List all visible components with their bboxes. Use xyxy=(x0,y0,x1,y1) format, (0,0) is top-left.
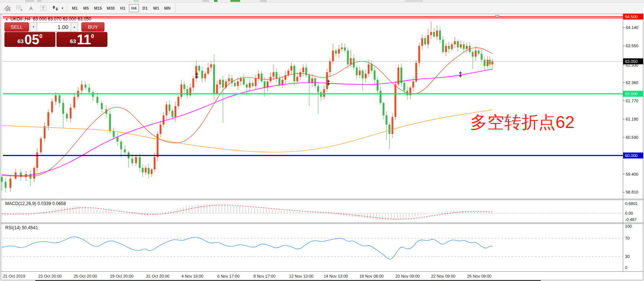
price-badge-label: 60.000 xyxy=(625,153,638,158)
time-axis-label: 6 Nov 17:00 xyxy=(217,274,239,278)
rsi-label: RSI(14) 50.4541 xyxy=(5,225,38,230)
one-click-trading-panel: SELL ▼ ▲ BUY 63050 63110 xyxy=(4,22,107,47)
time-axis-label: 31 Oct 20:00 xyxy=(146,274,169,278)
price-badge-label: 62.000 xyxy=(625,92,638,96)
rsi-axis-label: 100 xyxy=(625,224,632,229)
time-axis-label: 8 Nov 17:00 xyxy=(253,274,275,278)
time-axis-label: 26 Nov 09:00 xyxy=(467,274,491,278)
time-axis-label: 25 Oct 20:00 xyxy=(74,274,97,278)
time-axis-label: 20 Nov 09:00 xyxy=(395,274,420,278)
price-tick-label: 59.400 xyxy=(626,172,638,176)
macd-axis-label: 0.6801 xyxy=(625,201,638,206)
volume-input[interactable] xyxy=(37,22,71,32)
time-axis-label: 4 Nov 16:00 xyxy=(181,274,203,278)
rsi-axis-label: 0 xyxy=(625,265,627,270)
sell-button[interactable]: SELL xyxy=(4,22,29,32)
rsi-axis-label: 70 xyxy=(625,236,630,240)
time-axis-label: 23 Oct 20:00 xyxy=(38,274,62,278)
buy-price-big: 11 xyxy=(77,34,91,46)
buy-button[interactable]: BUY xyxy=(81,22,104,32)
rsi-axis-label: 30 xyxy=(625,254,630,259)
macd-label: MACD(12,26,9) 0.0339 0.0658 xyxy=(5,201,66,206)
annotation-text: 多空转折点62 xyxy=(470,112,575,132)
price-tick-label: 60.590 xyxy=(626,135,638,140)
chart-title-bar: ▲ UKOil-,H4 63.000 63.070 63.000 63.050 xyxy=(5,16,91,22)
price-tick-label: 62.360 xyxy=(626,80,638,85)
volume-increase-button[interactable]: ▲ xyxy=(71,22,78,32)
symbol-ohlc-label: UKOil-,H4 63.000 63.070 63.000 63.050 xyxy=(10,16,91,22)
sell-price-base: 63 xyxy=(17,38,24,44)
time-axis-label: 21 Oct 2019 xyxy=(3,274,25,278)
volume-stepper: ▼ ▲ xyxy=(30,22,78,32)
price-badge-label: 64.500 xyxy=(625,15,638,19)
time-axis-label: 12 Nov 13:00 xyxy=(289,274,313,278)
buy-price-sup: 0 xyxy=(91,33,94,39)
price-badge-label: 63.050 xyxy=(625,59,638,64)
time-axis-label: 18 Nov 08:00 xyxy=(359,274,384,278)
price-tick-label: 63.550 xyxy=(626,44,638,48)
price-tick-label: 61.770 xyxy=(626,99,638,103)
buy-price-base: 63 xyxy=(70,38,76,44)
collapse-triangle-icon[interactable]: ▲ xyxy=(5,17,8,21)
mt4-window: E F A T xyxy=(0,0,644,281)
sell-price-sup: 0 xyxy=(39,33,42,39)
price-tick-label: 58.810 xyxy=(626,190,638,194)
time-axis-label: 14 Nov 13:00 xyxy=(324,274,348,278)
time-axis-label: 22 Nov 09:00 xyxy=(431,274,455,278)
buy-price-display[interactable]: 63110 xyxy=(56,32,107,47)
volume-decrease-button[interactable]: ▼ xyxy=(30,22,37,32)
time-axis-label: 29 Oct 20:00 xyxy=(110,274,133,278)
price-tick-label: 64.140 xyxy=(626,25,638,30)
price-tick-label: 61.180 xyxy=(626,117,638,121)
sell-price-display[interactable]: 63050 xyxy=(4,32,55,47)
macd-axis-label: 0.00 xyxy=(625,211,633,215)
sell-price-big: 05 xyxy=(25,34,39,46)
macd-axis-label: -0.487 xyxy=(625,217,637,222)
